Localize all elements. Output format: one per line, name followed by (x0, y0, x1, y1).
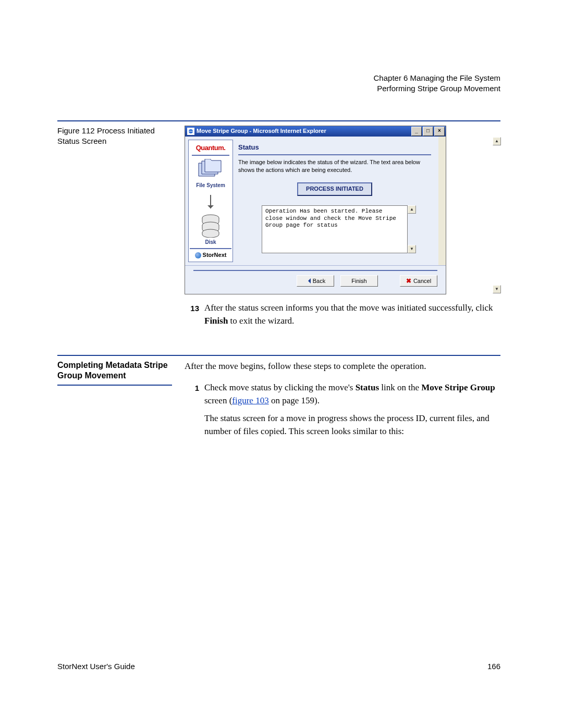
arrow-down-icon (210, 195, 211, 208)
step-13: 13 After the status screen informs you t… (185, 302, 500, 332)
section-intro: After the move begins, follow these step… (185, 360, 500, 373)
log-scroll-down[interactable]: ▼ (408, 245, 416, 253)
browser-window: Move Stripe Group - Microsoft Internet E… (185, 126, 500, 295)
window-titlebar: Move Stripe Group - Microsoft Internet E… (185, 126, 446, 137)
log-scroll-up[interactable]: ▲ (408, 205, 416, 214)
window-title: Move Stripe Group - Microsoft Internet E… (197, 127, 411, 135)
step-13-text: After the status screen informs you that… (204, 302, 500, 327)
step-number: 13 (185, 302, 199, 332)
page-scroll-down[interactable]: ▼ (493, 285, 501, 293)
status-rule (238, 154, 431, 155)
chapter-title: Chapter 6 Managing the File System (57, 73, 500, 83)
finish-button[interactable]: Finish (340, 275, 378, 287)
step-number: 1 (185, 381, 199, 443)
back-button[interactable]: Back (297, 275, 334, 287)
page-scroll-up[interactable]: ▲ (493, 137, 501, 145)
section-rule-top (57, 120, 500, 121)
figure-103-link[interactable]: figure 103 (232, 396, 268, 405)
filesystem-icon (197, 159, 225, 181)
stornext-logo: StorNext (190, 248, 231, 261)
nav-disk-label: Disk (189, 239, 232, 246)
heading-underline (57, 385, 172, 386)
status-log-textarea[interactable]: Operation Has been started. Please close… (262, 205, 408, 253)
back-arrow-icon (305, 278, 311, 283)
stornext-globe-icon (195, 252, 201, 258)
brand-logo-text: Quantum. (189, 143, 232, 153)
nav-filesystem-label: File System (189, 182, 232, 190)
minimize-button[interactable]: _ (411, 127, 422, 136)
footer-guide-name: StorNext User's Guide (57, 662, 135, 671)
disk-stack-icon (200, 214, 221, 238)
subsection-heading: Completing Metadata Stripe Group Movemen… (57, 360, 172, 382)
step-1-followup: The status screen for a move in progress… (204, 412, 500, 438)
step-1: 1 Check move status by clicking the move… (185, 381, 500, 443)
close-button[interactable]: × (434, 127, 445, 136)
cancel-button[interactable]: ✖ Cancel (400, 275, 437, 287)
step-1-text: Check move status by clicking the move's… (204, 381, 500, 407)
maximize-button[interactable]: □ (423, 127, 433, 136)
section-rule-mid (57, 355, 500, 356)
cancel-x-icon: ✖ (406, 277, 411, 285)
page-number: 166 (487, 662, 500, 671)
process-initiated-indicator: PROCESS INITIATED (297, 182, 372, 196)
status-heading: Status (238, 143, 431, 153)
figure-caption: Figure 112 Process Initiated Status Scre… (57, 126, 172, 147)
status-description: The image below indicates the status of … (238, 158, 431, 174)
left-nav: Quantum. File System (188, 140, 233, 263)
ie-app-icon (187, 128, 194, 135)
section-title: Performing Stripe Group Movement (57, 83, 500, 94)
